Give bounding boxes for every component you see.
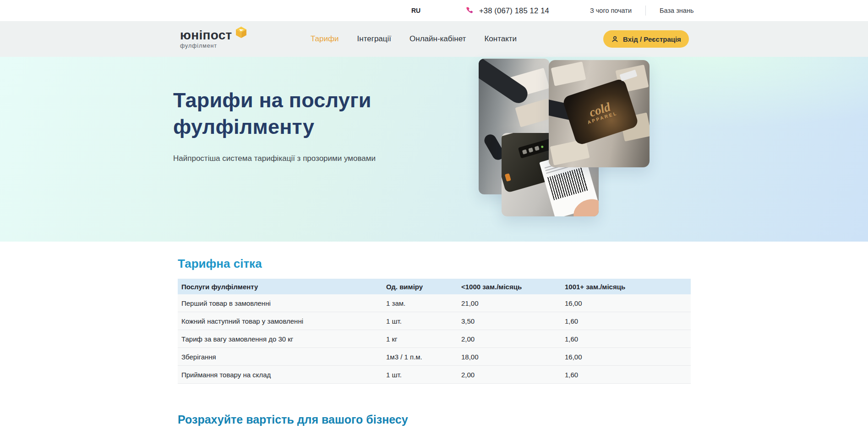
logo[interactable]: юніпост фулфілмент [180,29,247,49]
cell-price-low: 2,00 [458,335,561,343]
cell-price-high: 16,00 [561,299,691,307]
topbar-link-start[interactable]: З чого почати [590,7,632,14]
login-button-label: Вхід / Реєстрація [623,35,681,43]
topbar: RU +38 (067) 185 12 14 З чого почати Баз… [0,0,868,21]
cell-unit: 1 кг [382,335,458,343]
topbar-link-knowledge-base[interactable]: База знань [660,7,693,14]
logo-tagline: фулфілмент [180,43,247,49]
nav-item-cabinet[interactable]: Онлайн-кабінет [409,34,466,44]
language-switcher[interactable]: RU [411,7,420,14]
cell-price-high: 1,60 [561,371,691,379]
logo-box-icon [235,26,247,39]
cell-service: Кожний наступний товар у замовленні [178,317,382,325]
table-row: Перший товар в замовленні 1 зам. 21,00 1… [178,294,691,312]
login-button[interactable]: Вхід / Реєстрація [603,30,689,48]
cell-price-low: 2,00 [458,371,561,379]
cell-price-high: 1,60 [561,317,691,325]
hero-photo-package: cold APPAREL [549,60,650,167]
content-section: Тарифна сітка Послуги фулфілменту Од. ви… [0,242,868,430]
hero-subtitle: Найпростіша система тарифікації з прозор… [173,154,376,163]
user-icon [611,35,619,43]
cell-unit: 1м3 / 1 п.м. [382,353,458,361]
barcode-graphic [547,167,588,200]
table-header-row: Послуги фулфілменту Од. виміру <1000 зам… [178,279,691,294]
cell-unit: 1 шт. [382,371,458,379]
phone-link[interactable]: +38 (067) 185 12 14 [465,0,549,21]
cell-service: Приймання товару на склад [178,371,382,379]
calculator-heading: Розрахуйте вартість для вашого бізнесу [178,413,408,426]
site-header: юніпост фулфілмент Тарифи Інтеграції Онл… [0,21,868,57]
table-row: Приймання товару на склад 1 шт. 2,00 1,6… [178,366,691,384]
table-row: Кожний наступний товар у замовленні 1 шт… [178,312,691,330]
phone-number: +38 (067) 185 12 14 [479,6,549,15]
table-row: Зберігання 1м3 / 1 п.м. 18,00 16,00 [178,348,691,366]
table-row: Тариф за вагу замовлення до 30 кг 1 кг 2… [178,330,691,348]
nav-item-integrations[interactable]: Інтеграції [357,34,392,44]
column-header-unit: Од. виміру [382,283,458,291]
cell-price-high: 1,60 [561,335,691,343]
pricing-heading: Тарифна сітка [178,257,262,271]
cell-price-low: 18,00 [458,353,561,361]
hero-section: Тарифи на послуги фулфілменту Найпростіш… [0,57,868,242]
pricing-table: Послуги фулфілменту Од. виміру <1000 зам… [178,279,691,384]
nav-item-tariffs[interactable]: Тарифи [311,34,339,44]
cell-unit: 1 шт. [382,317,458,325]
cell-price-low: 3,50 [458,317,561,325]
column-header-service: Послуги фулфілменту [178,283,382,291]
page-title: Тарифи на послуги фулфілменту [173,87,371,140]
nav-item-contacts[interactable]: Контакти [484,34,517,44]
cell-price-high: 16,00 [561,353,691,361]
main-nav: Тарифи Інтеграції Онлайн-кабінет Контакт… [311,21,517,57]
topbar-divider [645,6,646,16]
cell-service: Зберігання [178,353,382,361]
logo-name: юніпост [180,29,232,42]
cell-price-low: 21,00 [458,299,561,307]
cell-service: Перший товар в замовленні [178,299,382,307]
column-header-under-1000: <1000 зам./місяць [458,283,561,291]
cell-service: Тариф за вагу замовлення до 30 кг [178,335,382,343]
phone-icon [465,6,474,15]
column-header-over-1001: 1001+ зам./місяць [561,283,691,291]
cell-unit: 1 зам. [382,299,458,307]
